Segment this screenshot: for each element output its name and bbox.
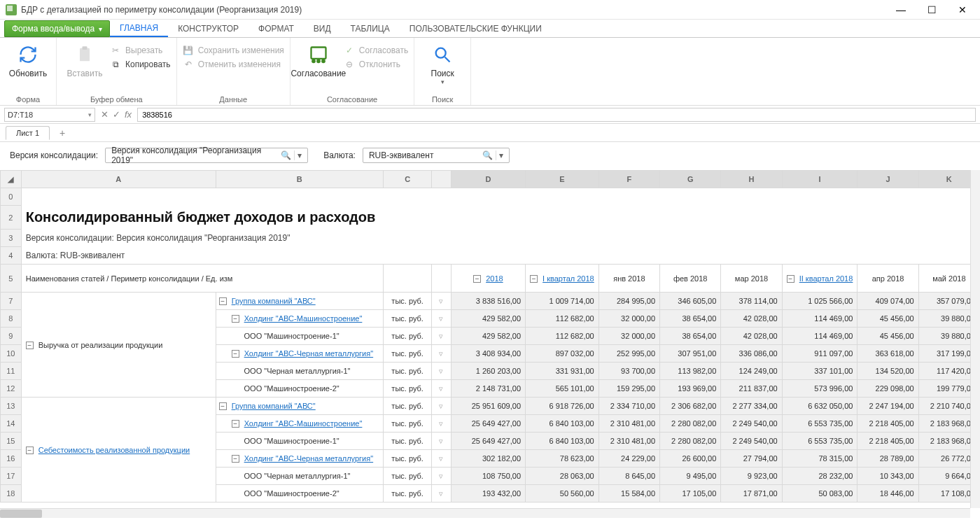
data-cell[interactable]: 6 840 103,00 [526, 433, 599, 450]
column-header[interactable] [432, 171, 451, 188]
entity-cell[interactable]: − Холдинг "АВС-Машиностроение" [216, 415, 383, 433]
data-cell[interactable]: 409 074,00 [858, 293, 918, 310]
data-cell[interactable]: 93 700,00 [598, 363, 659, 380]
row-header[interactable]: 18 [1, 485, 22, 503]
data-cell[interactable]: 15 584,00 [598, 485, 659, 503]
data-cell[interactable]: 1 009 714,00 [526, 293, 599, 310]
data-cell[interactable]: 284 995,00 [598, 293, 659, 310]
data-cell[interactable]: 573 996,00 [782, 380, 858, 398]
spreadsheet[interactable]: ◢ABCDEFGHIJK 0 2Консолидированный бюджет… [0, 170, 980, 518]
column-header[interactable]: J [858, 171, 918, 188]
entity-cell[interactable]: ООО "Черная металлургия-1" [216, 363, 383, 380]
column-header[interactable]: E [526, 171, 599, 188]
column-header[interactable]: B [216, 171, 383, 188]
filter-icon[interactable]: ▿ [432, 363, 451, 380]
data-cell[interactable]: 2 247 194,00 [858, 398, 918, 415]
data-cell[interactable]: 38 654,00 [660, 310, 721, 328]
approve-button[interactable]: Согласовать [344, 45, 408, 56]
article-cell[interactable]: − Себестоимость реализованной продукции [21, 398, 216, 503]
period-link[interactable]: 2018 [486, 274, 503, 283]
data-cell[interactable]: 124 249,00 [721, 363, 782, 380]
entity-cell[interactable]: ООО "Машиностроение-2" [216, 380, 383, 398]
entity-cell[interactable]: ООО "Машиностроение-2" [216, 485, 383, 503]
data-cell[interactable]: 252 995,00 [598, 345, 659, 363]
entity-link[interactable]: Холдинг "АВС-Машиностроение" [244, 419, 363, 428]
filter-icon[interactable]: ▿ [432, 380, 451, 398]
ribbon-tab-главная[interactable]: ГЛАВНАЯ [110, 20, 168, 37]
row-header[interactable]: 3 [1, 230, 22, 247]
data-cell[interactable]: 337 101,00 [782, 363, 858, 380]
row-header[interactable]: 13 [1, 398, 22, 415]
data-cell[interactable]: 331 931,00 [526, 363, 599, 380]
data-cell[interactable]: 45 456,00 [858, 328, 918, 345]
data-cell[interactable]: 114 469,00 [782, 310, 858, 328]
data-cell[interactable]: 159 295,00 [598, 380, 659, 398]
data-cell[interactable]: 112 682,00 [526, 328, 599, 345]
filter-icon[interactable]: ▿ [432, 328, 451, 345]
lookup-icon[interactable]: 🔍 [281, 150, 291, 160]
filter-icon[interactable]: ▿ [432, 485, 451, 503]
data-cell[interactable]: 2 306 682,00 [660, 398, 721, 415]
search-button[interactable]: Поиск ▾ [420, 41, 465, 85]
data-cell[interactable]: 565 101,00 [526, 380, 599, 398]
formula-accept-icon[interactable]: ✓ [113, 109, 120, 120]
period-header[interactable]: мар 2018 [721, 265, 782, 293]
period-header[interactable]: − 2018 [451, 265, 525, 293]
data-cell[interactable]: 6 553 735,00 [782, 433, 858, 450]
data-cell[interactable]: 114 469,00 [782, 328, 858, 345]
version-combo[interactable]: Версия консолидация "Реорганизация 2019"… [105, 148, 308, 163]
data-cell[interactable]: 6 632 050,00 [782, 398, 858, 415]
data-cell[interactable]: 6 840 103,00 [526, 415, 599, 433]
row-header[interactable]: 9 [1, 328, 22, 345]
row-header[interactable]: 4 [1, 247, 22, 265]
row-header[interactable]: 2 [1, 206, 22, 230]
ribbon-tab-конструктор[interactable]: КОНСТРУКТОР [168, 20, 248, 37]
ribbon-tab-таблица[interactable]: ТАБЛИЦА [341, 20, 400, 37]
data-cell[interactable]: 28 063,00 [526, 468, 599, 485]
row-header[interactable]: 0 [1, 188, 22, 206]
data-cell[interactable]: 42 028,00 [721, 310, 782, 328]
cell-reference-box[interactable]: D7:T18 [4, 108, 95, 122]
filter-icon[interactable]: ▿ [432, 345, 451, 363]
row-header[interactable]: 11 [1, 363, 22, 380]
data-cell[interactable]: 346 605,00 [660, 293, 721, 310]
data-cell[interactable]: 2 280 082,00 [660, 415, 721, 433]
data-cell[interactable]: 18 446,00 [858, 485, 918, 503]
entity-cell[interactable]: − Холдинг "АВС-Черная металлургия" [216, 450, 383, 468]
data-cell[interactable]: 229 098,00 [858, 380, 918, 398]
data-cell[interactable]: 32 000,00 [598, 328, 659, 345]
collapse-icon[interactable]: − [473, 275, 481, 283]
entity-link[interactable]: Холдинг "АВС-Черная металлургия" [244, 454, 374, 463]
filter-icon[interactable]: ▿ [432, 398, 451, 415]
data-cell[interactable]: 112 682,00 [526, 310, 599, 328]
data-cell[interactable]: 3 838 516,00 [451, 293, 525, 310]
column-header[interactable]: F [598, 171, 659, 188]
formula-fx-icon[interactable]: fx [125, 109, 132, 120]
filter-icon[interactable]: ▿ [432, 433, 451, 450]
data-cell[interactable]: 28 789,00 [858, 450, 918, 468]
period-header[interactable]: − I квартал 2018 [526, 265, 599, 293]
collapse-icon[interactable]: − [232, 455, 239, 463]
formula-cancel-icon[interactable]: ✕ [101, 109, 108, 120]
filter-icon[interactable]: ▿ [432, 468, 451, 485]
data-cell[interactable]: 10 343,00 [858, 468, 918, 485]
data-cell[interactable]: 1 260 203,00 [451, 363, 525, 380]
data-cell[interactable]: 2 277 334,00 [721, 398, 782, 415]
minimize-button[interactable]: — [892, 4, 910, 15]
data-cell[interactable]: 25 649 427,00 [451, 433, 525, 450]
article-cell[interactable]: − Выручка от реализации продукции [21, 293, 216, 398]
data-cell[interactable]: 28 232,00 [782, 468, 858, 485]
collapse-icon[interactable]: − [26, 447, 34, 454]
vertical-scrollbar[interactable] [970, 170, 980, 508]
collapse-icon[interactable]: − [219, 297, 227, 305]
entity-link[interactable]: Холдинг "АВС-Черная металлургия" [244, 349, 374, 358]
currency-combo[interactable]: RUB-эквивалент 🔍 ▾ [363, 148, 510, 163]
data-cell[interactable]: 2 334 710,00 [598, 398, 659, 415]
data-cell[interactable]: 2 249 540,00 [721, 433, 782, 450]
entity-cell[interactable]: − Группа компаний "АВС" [216, 293, 383, 310]
cancel-changes-button[interactable]: ↶Отменить изменения [183, 59, 284, 70]
filter-icon[interactable]: ▿ [432, 293, 451, 310]
row-header[interactable]: 8 [1, 310, 22, 328]
period-header[interactable]: − II квартал 2018 [782, 265, 858, 293]
chevron-down-icon[interactable]: ▾ [294, 150, 304, 160]
